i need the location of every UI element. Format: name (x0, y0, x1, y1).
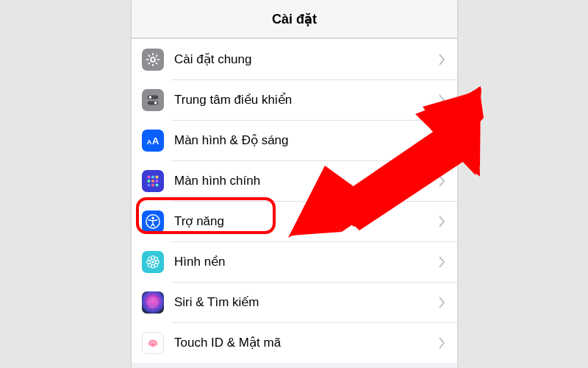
siri-icon (142, 291, 164, 314)
header: Cài đặt (132, 0, 457, 38)
row-display[interactable]: A A Màn hình & Độ sáng (132, 120, 457, 160)
svg-rect-14 (151, 183, 154, 186)
svg-rect-9 (156, 175, 159, 178)
chevron-right-icon (438, 216, 445, 227)
svg-point-25 (148, 263, 151, 266)
chevron-right-icon (438, 135, 445, 146)
svg-point-4 (154, 102, 157, 105)
display-brightness-icon: A A (142, 130, 164, 152)
svg-rect-13 (148, 183, 151, 186)
row-general[interactable]: Cài đặt chung (132, 39, 457, 79)
svg-point-2 (149, 96, 152, 99)
page-title: Cài đặt (272, 11, 317, 27)
row-label: Touch ID & Mật mã (174, 335, 438, 350)
svg-point-0 (151, 57, 155, 62)
svg-text:A: A (152, 135, 159, 146)
accessibility-icon (142, 210, 164, 233)
row-label: Trợ năng (174, 213, 438, 229)
svg-point-27 (148, 297, 158, 308)
svg-point-17 (151, 216, 154, 219)
svg-rect-8 (151, 175, 154, 178)
chevron-right-icon (438, 54, 445, 66)
svg-point-18 (151, 261, 154, 263)
row-touch-id[interactable]: Touch ID & Mật mã (132, 322, 457, 363)
row-home-screen[interactable]: Màn hình chính (132, 160, 457, 201)
svg-rect-7 (148, 175, 151, 178)
row-accessibility[interactable]: Trợ năng (132, 201, 457, 241)
chevron-right-icon (438, 297, 445, 308)
chevron-right-icon (438, 94, 445, 106)
svg-point-28 (150, 299, 156, 305)
chevron-right-icon (438, 175, 445, 187)
svg-rect-11 (151, 180, 154, 183)
row-control-center[interactable]: Trung tâm điều khiển (132, 79, 457, 120)
svg-point-24 (154, 257, 158, 261)
gear-icon (142, 49, 164, 71)
svg-point-23 (148, 257, 151, 261)
settings-list: Cài đặt chung Trung tâm điều khiển (132, 38, 457, 363)
row-wallpaper[interactable]: Hình nền (132, 241, 457, 282)
settings-screen: Cài đặt Cài đặt chung (132, 0, 457, 368)
svg-rect-12 (156, 180, 159, 183)
touch-id-icon (142, 332, 164, 354)
row-label: Màn hình chính (174, 174, 438, 188)
svg-point-26 (154, 263, 158, 266)
row-siri[interactable]: Siri & Tìm kiếm (132, 282, 457, 322)
chevron-right-icon (438, 337, 445, 349)
row-label: Cài đặt chung (174, 52, 438, 67)
svg-rect-15 (156, 183, 159, 186)
row-label: Hình nền (174, 254, 438, 269)
home-screen-icon (142, 170, 164, 192)
chevron-right-icon (438, 256, 445, 268)
wallpaper-icon (142, 251, 164, 273)
row-label: Siri & Tìm kiếm (174, 294, 438, 310)
row-label: Màn hình & Độ sáng (174, 132, 438, 148)
svg-text:A: A (147, 138, 152, 145)
row-label: Trung tâm điều khiển (174, 92, 438, 107)
control-center-icon (142, 89, 164, 111)
svg-rect-10 (148, 180, 151, 183)
